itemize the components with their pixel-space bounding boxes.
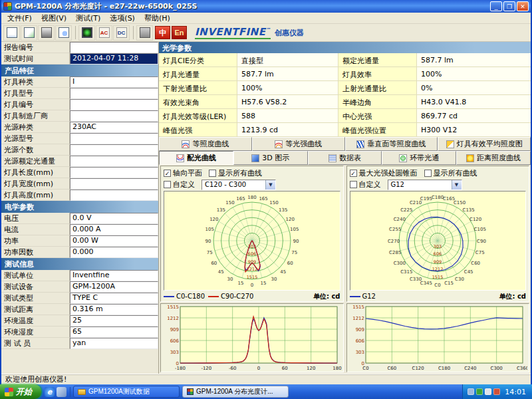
checkbox-checked[interactable]: ✓最大光强处圆锥面: [350, 168, 418, 178]
checkbox-unchecked[interactable]: 自定义: [350, 180, 381, 190]
checkbox-unchecked[interactable]: 显示所有曲线: [424, 168, 477, 178]
device-tray-icon[interactable]: [467, 388, 474, 395]
start-button[interactable]: 开始: [0, 384, 41, 399]
brand-cn: 创惠仪器: [275, 28, 304, 38]
ie-icon[interactable]: e: [45, 387, 55, 397]
field-value[interactable]: [70, 144, 158, 156]
svg-text:150: 150: [269, 200, 278, 205]
svg-text:120: 120: [307, 366, 315, 371]
field-value[interactable]: [70, 99, 158, 110]
plane-select-combobox[interactable]: G12▼: [388, 180, 462, 190]
field-value[interactable]: [70, 110, 158, 122]
tab-distance-illuminance[interactable]: 距离照度曲线: [456, 151, 531, 165]
field-value[interactable]: Inventfine: [70, 270, 158, 281]
field-value[interactable]: yan: [70, 338, 158, 349]
tab-three-d-view[interactable]: 3D 图示: [233, 151, 308, 165]
field-value[interactable]: 0.000: [70, 247, 158, 258]
field-value[interactable]: [70, 178, 158, 190]
field-value[interactable]: [70, 42, 158, 53]
volume-tray-icon[interactable]: [485, 388, 491, 395]
svg-text:150: 150: [225, 200, 234, 205]
svg-text:75: 75: [291, 250, 297, 255]
field-value[interactable]: 25: [70, 315, 158, 327]
taskbar-task-0[interactable]: GPM1200A测试数据: [73, 386, 180, 398]
optical-label: 灯具光通量: [159, 67, 237, 81]
field-value[interactable]: 0.00 W: [70, 235, 158, 247]
plane-select-combobox[interactable]: C120 - C300▼: [201, 180, 276, 190]
optical-label: 峰值光强: [159, 123, 237, 137]
field-value[interactable]: I: [70, 76, 158, 88]
close-button[interactable]: ✕: [517, 1, 529, 11]
menu-item-2[interactable]: 测试(T): [71, 13, 105, 24]
export-icon-button[interactable]: [21, 25, 37, 41]
antivirus-tray-icon[interactable]: [476, 388, 483, 395]
menu-item-4[interactable]: 帮助(H): [140, 13, 175, 24]
print-preview-icon-button[interactable]: [55, 25, 72, 41]
svg-text:1515: 1515: [167, 305, 179, 310]
svg-text:165: 165: [236, 196, 245, 201]
results-panel: 光学参数 灯具CIE分类直接型额定光通量587.7 lm灯具光通量587.7 l…: [159, 42, 531, 374]
unit-label: 单位: cd: [313, 292, 340, 301]
svg-text:120: 120: [285, 217, 294, 222]
svg-text:60: 60: [282, 366, 288, 371]
tab-average-illuminance[interactable]: 灯具有效平均照度图: [438, 137, 531, 151]
test-monitor-icon-button[interactable]: [78, 25, 95, 41]
optical-value: 1213.9 cd: [237, 123, 338, 137]
tab-vertical-isolux[interactable]: 垂直面等照度曲线: [345, 137, 438, 151]
menu-item-1[interactable]: 视图(V): [37, 13, 71, 24]
field-value[interactable]: 65: [70, 327, 158, 338]
svg-text:C285: C285: [389, 250, 401, 255]
field-value[interactable]: 0.0 V: [70, 213, 158, 224]
optical-label: 灯具CIE分类: [159, 53, 237, 67]
field-value[interactable]: 0.000 A: [70, 224, 158, 235]
taskbar-task-1[interactable]: GPM-1200A 分布光度计...: [182, 386, 289, 398]
field-value[interactable]: 2012-04-07 11:28: [70, 53, 158, 65]
checkbox-checked[interactable]: ✓轴向平面: [164, 168, 202, 178]
menu-item-0[interactable]: 文件(F): [3, 13, 37, 24]
lang-chinese-button[interactable]: 中: [155, 26, 170, 39]
task-buttons: GPM1200A测试数据GPM-1200A 分布光度计...: [70, 386, 462, 398]
checkbox-unchecked[interactable]: 自定义: [164, 180, 195, 190]
tab-polar-curve[interactable]: 配光曲线: [159, 151, 233, 165]
optical-value: 100%: [237, 81, 338, 95]
field-row: 测 试 员yan: [1, 338, 158, 349]
report-icon-button[interactable]: [3, 25, 20, 41]
show-desktop-icon[interactable]: [57, 387, 66, 397]
field-value[interactable]: TYPE C: [70, 293, 158, 304]
svg-text:606: 606: [170, 338, 179, 344]
minimize-button[interactable]: _: [490, 1, 502, 11]
field-label: 环境温度: [1, 315, 70, 327]
tab-data-table[interactable]: 数据表: [308, 151, 382, 165]
field-value[interactable]: 0.316 m: [70, 304, 158, 315]
optical-label: 半峰边角: [338, 95, 417, 109]
dc-source-icon-button[interactable]: DC: [113, 25, 130, 41]
field-value[interactable]: 230AC: [70, 122, 158, 133]
ac-source-icon-button[interactable]: AC: [96, 25, 112, 41]
field-row: 功率因数0.000: [1, 247, 158, 258]
tab-zonal-flux[interactable]: 环带光通: [382, 151, 456, 165]
cartesian-chart-group-left: 151512129096063030-180-120-60060120180: [160, 303, 344, 372]
field-value[interactable]: [70, 156, 158, 167]
camera-icon-button[interactable]: [136, 25, 153, 41]
network-tray-icon[interactable]: [493, 388, 500, 395]
maximize-button[interactable]: ❐: [503, 1, 515, 11]
svg-text:-120: -120: [201, 366, 211, 371]
field-value[interactable]: [70, 133, 158, 144]
menu-item-3[interactable]: 选项(S): [105, 13, 140, 24]
tab-isocandela-curve[interactable]: 等光强曲线: [252, 137, 345, 151]
field-value[interactable]: [70, 190, 158, 201]
field-value[interactable]: GPM-1200A: [70, 281, 158, 293]
print-icon-button[interactable]: [38, 25, 55, 41]
field-label: 光源额定光通量: [1, 156, 70, 167]
checkbox-icon: [424, 170, 432, 177]
svg-text:C165: C165: [443, 196, 455, 201]
combo-value: G12: [388, 180, 452, 190]
field-value[interactable]: [70, 88, 158, 99]
lang-english-button[interactable]: En: [172, 26, 187, 39]
svg-text:606: 606: [434, 251, 442, 257]
gamma-cartesian-chart: 151512129096063030-180-120-60060120180: [162, 304, 342, 372]
svg-text:C75: C75: [475, 250, 485, 255]
tab-isolux-curve[interactable]: 等照度曲线: [159, 137, 252, 151]
field-value[interactable]: [70, 167, 158, 178]
checkbox-unchecked[interactable]: 显示所有曲线: [209, 168, 262, 178]
